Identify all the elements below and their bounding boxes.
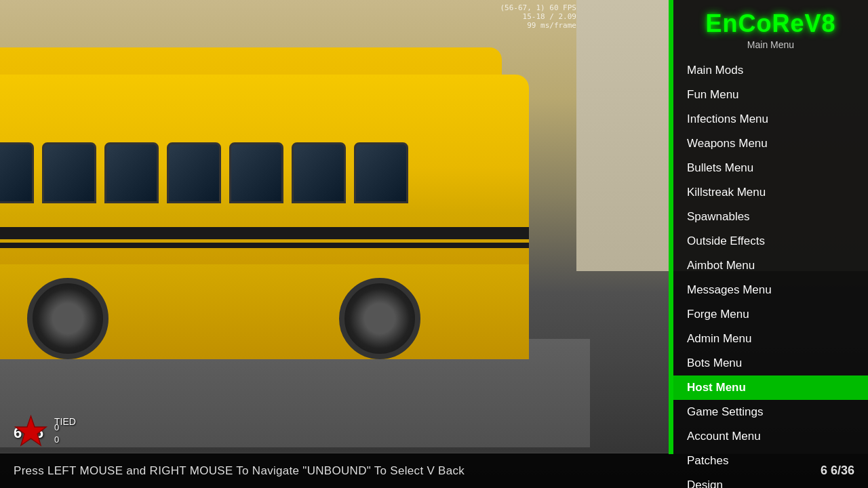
menu-item-spawnables[interactable]: Spawnables [673,205,868,229]
team-star-icon [12,413,50,451]
menu-item-host-menu[interactable]: Host Menu [673,375,868,400]
menu-item-main-mods[interactable]: Main Mods [673,58,868,83]
menu-item-account-menu[interactable]: Account Menu [673,424,868,449]
menu-item-patches[interactable]: Patches [673,449,868,473]
school-bus [0,20,570,373]
score-display: 0 0 [54,422,59,446]
menu-items-list: Main ModsFun MenuInfections MenuWeapons … [673,58,868,488]
menu-item-messages-menu[interactable]: Messages Menu [673,278,868,302]
menu-item-design[interactable]: Design [673,473,868,488]
menu-item-admin-menu[interactable]: Admin Menu [673,327,868,351]
svg-marker-0 [16,416,46,445]
menu-item-bullets-menu[interactable]: Bullets Menu [673,156,868,180]
menu-item-killstreak-menu[interactable]: Killstreak Menu [673,180,868,205]
menu-item-aimbot-menu[interactable]: Aimbot Menu [673,253,868,278]
menu-item-forge-menu[interactable]: Forge Menu [673,302,868,327]
navigation-hint: Press LEFT MOUSE and RIGHT MOUSE To Navi… [14,464,465,478]
menu-item-infections-menu[interactable]: Infections Menu [673,107,868,131]
menu-item-fun-menu[interactable]: Fun Menu [673,83,868,107]
menu-logo: EnCoReV8 [705,9,835,38]
fps-display: (56-67, 1) 60 FPS 15-18 / 2.09 99 ms/fra… [500,3,576,30]
menu-item-outside-effects[interactable]: Outside Effects [673,229,868,253]
menu-accent-line [669,0,671,454]
main-menu-panel: EnCoReV8 Main Menu Main ModsFun MenuInfe… [671,0,868,454]
menu-item-game-settings[interactable]: Game Settings [673,400,868,424]
menu-item-weapons-menu[interactable]: Weapons Menu [673,131,868,156]
menu-subtitle: Main Menu [747,39,794,50]
menu-item-bots-menu[interactable]: Bots Menu [673,351,868,375]
